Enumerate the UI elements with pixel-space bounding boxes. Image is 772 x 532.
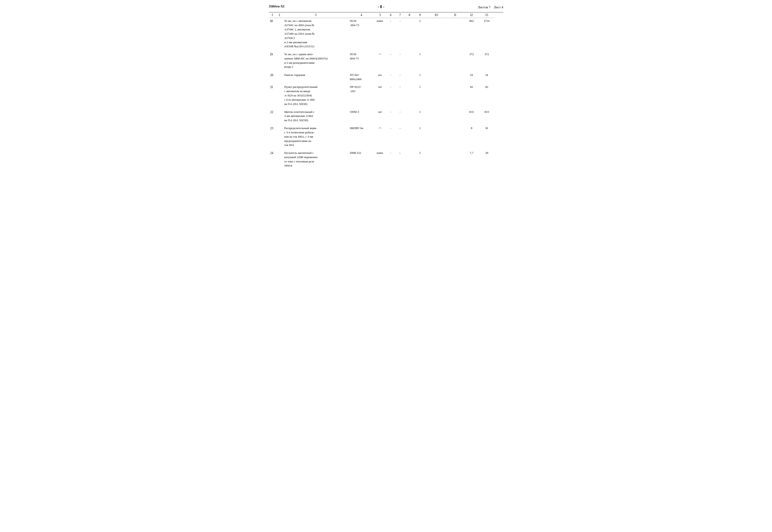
col12-value: IO3 [480, 109, 494, 124]
col8-value [405, 72, 414, 82]
col9-quantity: 2 [414, 18, 426, 50]
table-row: 24Пускатель магнитный скатушкой 220В пер… [269, 150, 503, 169]
col10b-empty [447, 125, 463, 148]
row-unit: -"- [374, 125, 386, 148]
col8-value [405, 18, 414, 50]
row-unit: шт [374, 84, 386, 107]
col6-value: - [386, 72, 395, 82]
column-headers: I 2 3 4 5 6 7 8 9 IO II I2 I3 [269, 12, 503, 18]
col13-value [494, 18, 503, 50]
row-spacer [269, 70, 503, 72]
col7-value: - [395, 109, 405, 124]
col13-value [494, 84, 503, 107]
page-number: - 8 - [378, 5, 385, 9]
col7-value: - [395, 72, 405, 82]
col-header-3: 3 [283, 12, 349, 18]
col2-empty [276, 150, 283, 169]
sheet-info: Листов 7 Лист 4 [478, 5, 503, 10]
row-unit: комп. [374, 18, 386, 50]
row-mark: ПСН--III4-73 [349, 18, 374, 50]
col6-value: - [386, 18, 395, 50]
col6-value: - [386, 109, 395, 124]
col10-empty [426, 109, 447, 124]
col12-value: I724 [480, 18, 494, 50]
row-spacer [269, 123, 503, 125]
col11-value: I4 [463, 72, 480, 82]
col7-value: - [395, 51, 405, 70]
sheet-label: Лист [494, 5, 501, 9]
row-number: 23 [269, 125, 276, 148]
sheets-total: 7 [489, 5, 491, 9]
col2-empty [276, 51, 283, 70]
col6-value: - [386, 150, 395, 169]
col10-empty [426, 84, 447, 107]
table-row: I8То же, но с автоматомА3744С на 400А (н… [269, 18, 503, 50]
col10b-empty [447, 72, 463, 82]
col2-empty [276, 109, 283, 124]
row-mark: ПТ-60×800х2400 [349, 72, 374, 82]
col13-value [494, 72, 503, 82]
col9-quantity: I [414, 109, 426, 124]
row-number: 22 [269, 109, 276, 124]
row-number: I9 [269, 51, 276, 70]
col12-value: I6 [480, 125, 494, 148]
col6-value: - [386, 51, 395, 70]
col13-value [494, 109, 503, 124]
col-header-11: II [447, 12, 463, 18]
col10-empty [426, 51, 447, 70]
col9-quantity: I [414, 72, 426, 82]
col7-value: - [395, 84, 405, 107]
col8-value [405, 84, 414, 107]
sheets-label: Листов [478, 5, 488, 9]
col-header-4: 4 [349, 12, 374, 18]
row-number: 20 [269, 72, 276, 82]
col10b-empty [447, 109, 463, 124]
col12-value: I4 [480, 72, 494, 82]
col7-value: -. [395, 150, 405, 169]
col11-value: IO3 [463, 109, 480, 124]
col9-quantity: I [414, 84, 426, 107]
row-spacer [269, 50, 503, 51]
col12-value: 82 [480, 84, 494, 107]
col8-value [405, 109, 414, 124]
col7-value: - [395, 125, 405, 148]
row-description: Пускатель магнитный скатушкой 220В перем… [283, 150, 349, 169]
col11-value: 862 [463, 18, 480, 50]
sheet-number: 4 [501, 5, 503, 9]
col11-value: 7,7 [463, 150, 480, 169]
col-header-12: I2 [463, 12, 480, 18]
col2-empty [276, 72, 283, 82]
row-mark: ПМЕ-I22 [349, 150, 374, 169]
row-description: Пункт распределительныйс автоматом на вв… [283, 84, 349, 107]
row-description: Щиток осветительный с3-мя автоматами А3I… [283, 109, 349, 124]
col-header-10: IO [426, 12, 447, 18]
row-unit: шт [374, 109, 386, 124]
table-row: 20Панель торцеваяПТ-60×800х2400шт.--II4I… [269, 72, 503, 82]
col-header-2: 2 [276, 12, 283, 18]
row-unit: шт. [374, 72, 386, 82]
table-row: I9То же, но с одним авто-матом АВМ-I0С н… [269, 51, 503, 70]
col11-value: 82 [463, 84, 480, 107]
doc-number: 3584тм-XI [269, 5, 285, 8]
row-description: То же, но с автоматомА3744С на 400А (ном… [283, 18, 349, 50]
table-row: 2IПункт распределительныйс автоматом на … [269, 84, 503, 107]
row-mark: ПР-9222--203 [349, 84, 374, 107]
page-header: 3584тм-XI - 8 - Листов 7 Лист 4 [269, 5, 503, 10]
row-spacer [269, 82, 503, 84]
col10b-empty [447, 150, 463, 169]
row-mark: ОПМ-3 [349, 109, 374, 124]
col11-value: 8 [463, 125, 480, 148]
col13-value [494, 51, 503, 70]
col10-empty [426, 18, 447, 50]
col10-empty [426, 150, 447, 169]
col12-value: 372 [480, 51, 494, 70]
main-table: I 2 3 4 5 6 7 8 9 IO II I2 I3 I8То же, н… [269, 12, 503, 169]
col2-empty [276, 18, 283, 50]
row-unit: комп. [374, 150, 386, 169]
col10-empty [426, 125, 447, 148]
col8-value [405, 150, 414, 169]
row-description: Распределительный ящикс 3-х полюсным руб… [283, 125, 349, 148]
col8-value [405, 125, 414, 148]
col10b-empty [447, 18, 463, 50]
row-number: 24 [269, 150, 276, 169]
